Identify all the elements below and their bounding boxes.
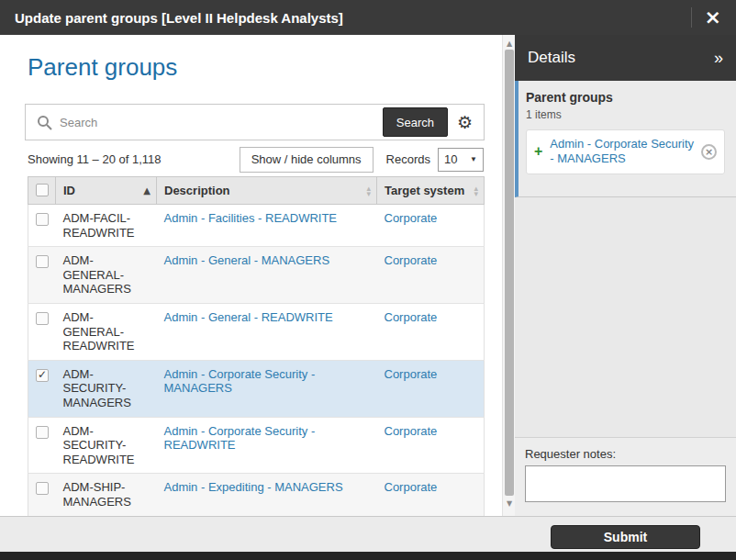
row-target-system-link[interactable]: Corporate [385, 367, 438, 381]
showing-count: Showing 11 – 20 of 1,118 [28, 152, 162, 166]
column-label-id: ID [63, 184, 75, 197]
row-checkbox[interactable] [36, 312, 49, 325]
row-checkbox[interactable] [36, 426, 49, 439]
row-checkbox[interactable] [36, 369, 49, 382]
records-label: Records [386, 152, 430, 166]
cart-item-label: Admin - Corporate Security - MANAGERS [550, 137, 696, 167]
add-icon: + [534, 144, 542, 159]
cart-title: Parent groups [526, 90, 725, 105]
scroll-down-icon[interactable]: ▼ [503, 499, 516, 508]
cart-item: + Admin - Corporate Security - MANAGERS … [526, 129, 725, 174]
row-id: ADM-SHIP-MANAGERS [63, 480, 131, 509]
column-header-description[interactable]: Description ▴▾ [157, 177, 377, 205]
selected-items-section: Parent groups 1 items + Admin - Corporat… [515, 81, 736, 197]
table-row[interactable]: ADM-SHIP-MANAGERS Admin - Expediting - M… [28, 474, 485, 516]
column-label-description: Description [164, 184, 230, 197]
row-description-link[interactable]: Admin - Corporate Security - READWRITE [164, 424, 316, 453]
details-empty-area [515, 197, 736, 437]
row-checkbox[interactable] [36, 213, 49, 226]
row-description-link[interactable]: Admin - Facilities - READWRITE [164, 211, 338, 225]
table-row[interactable]: ADM-SECURITY-READWRITE Admin - Corporate… [28, 417, 485, 474]
scrollbar-thumb[interactable] [505, 50, 514, 496]
row-id: ADM-FACIL-READWRITE [63, 211, 135, 240]
search-input[interactable] [60, 116, 383, 129]
row-description-link[interactable]: Admin - General - READWRITE [164, 310, 333, 324]
page-title: Parent groups [28, 53, 502, 82]
parent-groups-panel: Parent groups Search ⚙ Showing 11 – 20 o… [0, 35, 502, 516]
row-checkbox[interactable] [36, 255, 49, 268]
search-button[interactable]: Search [383, 107, 448, 137]
records-select[interactable]: 10 ▼ [438, 148, 484, 172]
sort-icon: ▴▾ [474, 185, 478, 196]
table-row[interactable]: ADM-GENERAL-READWRITE Admin - General - … [28, 303, 485, 360]
details-title: Details [528, 49, 714, 67]
row-description-link[interactable]: Admin - Corporate Security - MANAGERS [164, 367, 316, 396]
remove-item-icon[interactable]: × [701, 144, 717, 160]
row-checkbox[interactable] [36, 482, 49, 495]
requester-notes-label: Requester notes: [525, 447, 726, 461]
row-target-system-link[interactable]: Corporate [385, 211, 438, 225]
close-icon[interactable]: × [705, 7, 721, 28]
details-header: Details » [515, 35, 736, 81]
vertical-scrollbar[interactable]: ▲ ▼ [502, 35, 515, 516]
table-row[interactable]: ADM-FACIL-READWRITE Admin - Facilities -… [28, 205, 485, 247]
titlebar-divider [691, 7, 692, 28]
requester-notes-section: Requester notes: [515, 437, 736, 516]
records-value: 10 [444, 152, 457, 166]
select-all-checkbox[interactable] [36, 184, 49, 196]
gear-icon[interactable]: ⚙ [457, 114, 473, 131]
table-row[interactable]: ADM-GENERAL-MANAGERS Admin - General - M… [28, 247, 485, 304]
cart-items: + Admin - Corporate Security - MANAGERS … [526, 129, 725, 174]
search-bar: Search ⚙ [25, 104, 485, 140]
row-target-system-link[interactable]: Corporate [385, 424, 438, 438]
cart-count: 1 items [526, 108, 725, 121]
select-all-header [28, 177, 56, 205]
column-header-id[interactable]: ID ▲ [56, 177, 157, 205]
submit-button[interactable]: Submit [551, 525, 700, 549]
column-header-target-system[interactable]: Target system ▴▾ [377, 177, 485, 205]
row-target-system-link[interactable]: Corporate [385, 253, 438, 267]
row-target-system-link[interactable]: Corporate [385, 310, 438, 324]
row-id: ADM-GENERAL-MANAGERS [63, 253, 131, 296]
row-target-system-link[interactable]: Corporate [385, 480, 438, 494]
dialog-footer: Submit [0, 516, 736, 552]
scroll-up-icon[interactable]: ▲ [503, 39, 516, 48]
table-toolbar: Showing 11 – 20 of 1,118 Show / hide col… [28, 146, 484, 173]
requester-notes-textarea[interactable] [525, 465, 726, 502]
row-description-link[interactable]: Admin - Expediting - MANAGERS [164, 480, 343, 494]
row-id: ADM-GENERAL-READWRITE [63, 310, 135, 353]
update-parent-groups-dialog: Update parent groups [Level II Helpdesk … [0, 0, 736, 560]
table-body: ADM-FACIL-READWRITE Admin - Facilities -… [28, 205, 485, 517]
row-description-link[interactable]: Admin - General - MANAGERS [164, 253, 330, 267]
search-icon [37, 115, 52, 130]
row-id: ADM-SECURITY-MANAGERS [63, 367, 131, 409]
dialog-title: Update parent groups [Level II Helpdesk … [15, 10, 691, 26]
row-id: ADM-SECURITY-READWRITE [63, 424, 135, 466]
sort-icon: ▴▾ [366, 185, 371, 196]
column-label-target-system: Target system [385, 184, 464, 197]
table-header-row: ID ▲ Description ▴▾ Target system ▴▾ [28, 177, 485, 205]
table-row[interactable]: ADM-SECURITY-MANAGERS Admin - Corporate … [28, 360, 485, 417]
details-panel: Details » Parent groups 1 items + Admin … [515, 35, 736, 516]
sort-ascending-icon: ▲ [143, 186, 151, 196]
collapse-panel-icon[interactable]: » [714, 49, 723, 68]
dropdown-arrow-icon: ▼ [470, 155, 477, 163]
parent-groups-table: ID ▲ Description ▴▾ Target system ▴▾ ADM… [28, 176, 485, 516]
show-hide-columns-button[interactable]: Show / hide columns [240, 147, 374, 173]
page-background-strip [0, 552, 736, 560]
dialog-titlebar: Update parent groups [Level II Helpdesk … [0, 0, 736, 35]
